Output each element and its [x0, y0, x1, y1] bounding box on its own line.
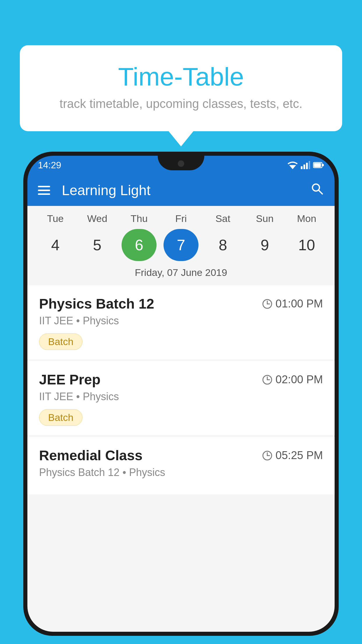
svg-rect-7: [322, 164, 324, 166]
hamburger-menu-button[interactable]: [38, 186, 50, 195]
schedule-item[interactable]: JEE Prep 02:00 PM IIT JEE • Physics Batc…: [27, 361, 335, 435]
battery-icon: [313, 162, 324, 169]
phone-screen: 14:29: [27, 156, 335, 632]
schedule-item-title: Remedial Class: [39, 447, 143, 463]
schedule-item-header: JEE Prep 02:00 PM: [39, 372, 323, 388]
batch-badge: Batch: [39, 409, 82, 426]
schedule-item[interactable]: Remedial Class 05:25 PM Physics Batch 12…: [27, 437, 335, 494]
day-thu: Thu: [122, 213, 157, 224]
app-bar: Learning Light: [27, 174, 335, 206]
schedule-item-subtitle: IIT JEE • Physics: [39, 391, 323, 403]
status-bar: 14:29: [27, 156, 335, 174]
selected-date-label: Friday, 07 June 2019: [27, 267, 335, 283]
speech-bubble: Time-Table track timetable, upcoming cla…: [20, 45, 342, 131]
svg-rect-1: [301, 166, 303, 169]
schedule-item-time: 01:00 PM: [262, 298, 323, 310]
status-icons: [287, 161, 324, 169]
schedule-item-title: JEE Prep: [39, 372, 101, 388]
batch-badge: Batch: [39, 333, 82, 350]
date-8[interactable]: 8: [205, 229, 240, 261]
svg-marker-0: [289, 165, 296, 169]
schedule-item[interactable]: Physics Batch 12 01:00 PM IIT JEE • Phys…: [27, 285, 335, 359]
clock-icon: [262, 299, 273, 309]
schedule-item-time: 05:25 PM: [262, 449, 323, 462]
schedule-item-subtitle: IIT JEE • Physics: [39, 315, 323, 327]
app-feature-subtitle: track timetable, upcoming classes, tests…: [43, 97, 319, 111]
search-button[interactable]: [310, 182, 324, 199]
date-5[interactable]: 5: [80, 229, 115, 261]
date-7-selected[interactable]: 7: [164, 229, 198, 261]
schedule-item-title: Physics Batch 12: [39, 296, 154, 312]
wifi-icon: [287, 161, 298, 169]
day-mon: Mon: [289, 213, 324, 224]
schedule-item-subtitle: Physics Batch 12 • Physics: [39, 466, 323, 479]
day-tue: Tue: [38, 213, 73, 224]
clock-icon: [262, 450, 273, 461]
camera-icon: [178, 160, 184, 167]
schedule-item-time: 02:00 PM: [262, 373, 323, 386]
phone-frame: 14:29: [23, 152, 339, 636]
signal-icon: [301, 161, 310, 169]
date-10[interactable]: 10: [289, 229, 324, 261]
svg-line-9: [319, 190, 322, 194]
schedule-item-header: Physics Batch 12 01:00 PM: [39, 296, 323, 312]
svg-rect-3: [306, 163, 308, 169]
app-feature-title: Time-Table: [43, 63, 319, 91]
status-time: 14:29: [38, 160, 61, 171]
schedule-list: Physics Batch 12 01:00 PM IIT JEE • Phys…: [27, 285, 335, 496]
date-6-today[interactable]: 6: [122, 229, 157, 261]
day-wed: Wed: [80, 213, 115, 224]
day-sun: Sun: [247, 213, 282, 224]
day-headers: Tue Wed Thu Fri Sat Sun Mon: [27, 213, 335, 224]
day-numbers: 4 5 6 7 8 9 10: [27, 229, 335, 261]
schedule-item-header: Remedial Class 05:25 PM: [39, 447, 323, 463]
notch: [158, 156, 204, 170]
svg-rect-6: [314, 163, 321, 167]
calendar-strip[interactable]: Tue Wed Thu Fri Sat Sun Mon 4 5 6 7 8 9 …: [27, 206, 335, 285]
svg-rect-2: [303, 164, 305, 169]
app-title: Learning Light: [62, 182, 301, 198]
svg-rect-4: [309, 161, 310, 169]
date-4[interactable]: 4: [38, 229, 73, 261]
screen-content: Tue Wed Thu Fri Sat Sun Mon 4 5 6 7 8 9 …: [27, 206, 335, 632]
date-9[interactable]: 9: [247, 229, 282, 261]
clock-icon: [262, 374, 273, 385]
day-sat: Sat: [205, 213, 240, 224]
day-fri: Fri: [164, 213, 198, 224]
